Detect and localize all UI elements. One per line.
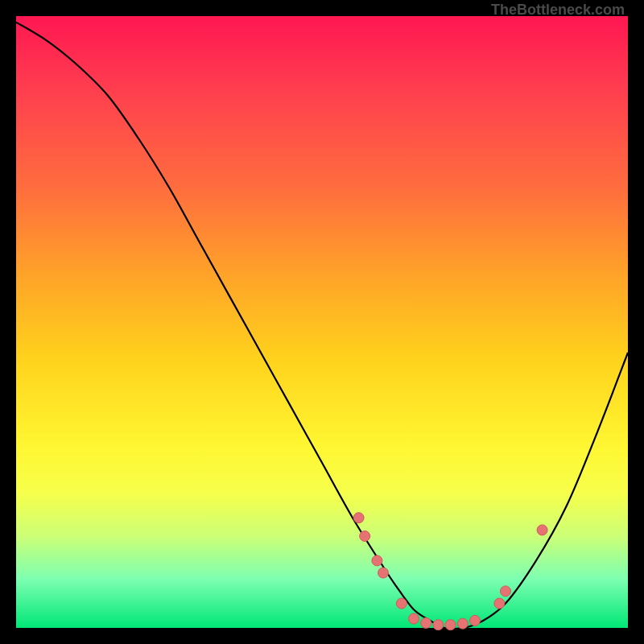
- chart-frame: TheBottleneck.com: [0, 0, 644, 644]
- data-marker: [433, 620, 444, 630]
- data-marker: [501, 586, 511, 597]
- bottleneck-curve: [16, 23, 628, 629]
- data-marker: [360, 531, 370, 542]
- curve-svg: [16, 16, 628, 628]
- data-marker: [470, 615, 481, 625]
- data-marker: [396, 598, 407, 609]
- data-marker: [421, 617, 431, 628]
- data-marker: [537, 525, 547, 535]
- data-marker: [372, 555, 382, 566]
- data-marker: [494, 598, 505, 609]
- data-marker: [378, 568, 389, 578]
- plot-area: [16, 16, 628, 628]
- marker-group: [353, 513, 547, 630]
- data-marker: [445, 620, 456, 630]
- attribution-text: TheBottleneck.com: [491, 2, 625, 19]
- data-marker: [353, 513, 364, 523]
- data-marker: [409, 613, 419, 624]
- data-marker: [457, 618, 468, 629]
